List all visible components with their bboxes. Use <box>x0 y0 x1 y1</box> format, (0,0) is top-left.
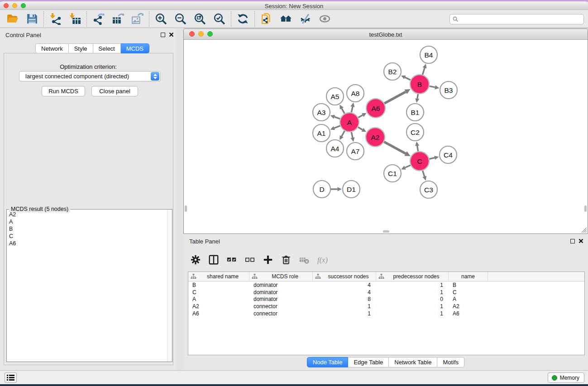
cell-successor-nodes[interactable]: 1 <box>313 310 376 317</box>
cell-predecessor-nodes[interactable]: 1 <box>376 282 449 288</box>
cell-predecessor-nodes[interactable]: 0 <box>376 296 449 302</box>
cell-shared-name[interactable]: A <box>188 296 249 302</box>
hide-panels-icon[interactable] <box>296 11 315 27</box>
app-titlebar[interactable]: Session: New Session <box>0 1 588 10</box>
edge-A2-C[interactable] <box>384 142 406 153</box>
table-row[interactable]: A2connector11A2 <box>188 303 584 310</box>
tab-node-table[interactable]: Node Table <box>307 357 349 367</box>
select-all-columns-icon[interactable] <box>226 254 238 266</box>
task-history-button[interactable] <box>5 372 17 383</box>
edge-B-B1[interactable] <box>417 94 418 99</box>
result-scrollbar[interactable] <box>167 210 172 362</box>
cell-MCDS-role[interactable]: connector <box>249 303 313 310</box>
cell-name[interactable]: A2 <box>449 303 488 310</box>
unselect-all-columns-icon[interactable] <box>244 254 256 266</box>
table-row[interactable]: Bdominator41B <box>188 281 584 289</box>
column-header-shared-name[interactable]: shared name <box>188 272 249 281</box>
add-column-icon[interactable] <box>262 254 274 266</box>
mcds-result-item[interactable]: A6 <box>7 240 167 247</box>
horizontal-scrollbar-thumb[interactable] <box>383 230 389 233</box>
mcds-result-item[interactable]: C <box>7 233 167 240</box>
mcds-result-item[interactable]: A2 <box>7 211 167 218</box>
cell-successor-nodes[interactable]: 8 <box>313 296 376 302</box>
edge-A-A3[interactable] <box>335 117 340 119</box>
edge-C-C1[interactable] <box>405 165 411 167</box>
column-header-predecessor-nodes[interactable]: predecessor nodes <box>376 272 449 281</box>
cell-MCDS-role[interactable]: dominator <box>249 282 313 288</box>
mcds-result-item[interactable]: A <box>7 218 167 225</box>
zoom-fit-icon[interactable] <box>190 11 210 27</box>
cell-shared-name[interactable]: C <box>188 289 249 295</box>
column-header-MCDS-role[interactable]: MCDS role <box>249 272 313 281</box>
cell-name[interactable]: A <box>449 296 488 302</box>
node-table[interactable]: shared nameMCDS rolesuccessor nodesprede… <box>188 272 585 355</box>
left-scrollbar-thumb[interactable] <box>185 205 187 212</box>
tab-style[interactable]: Style <box>69 43 93 53</box>
memory-button[interactable]: Memory <box>548 372 584 383</box>
edge-A-A4[interactable] <box>342 131 345 136</box>
float-panel-icon[interactable] <box>161 33 165 37</box>
table-row[interactable]: Adominator80A <box>188 295 584 303</box>
network-canvas[interactable]: AA1A2A3A4A5A6A7A8BB1B2B3B4CC1C2C3C4DD1 <box>184 40 588 234</box>
cell-successor-nodes[interactable]: 4 <box>313 282 376 288</box>
import-table-icon[interactable] <box>65 11 85 27</box>
edge-A6-B[interactable] <box>384 92 406 104</box>
network-graph[interactable]: AA1A2A3A4A5A6A7A8BB1B2B3B4CC1C2C3C4DD1 <box>184 40 588 234</box>
delete-column-icon[interactable] <box>280 254 292 266</box>
optimization-criterion-select[interactable]: largest connected component (directed) <box>19 71 161 81</box>
search-input[interactable] <box>460 14 583 24</box>
edge-C-C3[interactable] <box>423 171 425 176</box>
zoom-selected-icon[interactable] <box>210 11 229 27</box>
search-box[interactable] <box>449 14 584 24</box>
cell-name[interactable]: C <box>449 289 488 295</box>
refresh-icon[interactable] <box>233 11 253 27</box>
edge-B-B3[interactable] <box>430 86 435 87</box>
edge-B-B2[interactable] <box>405 77 411 80</box>
edge-C-C4[interactable] <box>429 158 435 159</box>
cell-successor-nodes[interactable]: 4 <box>313 289 376 295</box>
edge-A-A6[interactable] <box>358 115 363 117</box>
export-table-icon[interactable] <box>108 11 128 27</box>
zoom-out-icon[interactable] <box>171 11 190 27</box>
cell-MCDS-role[interactable]: connector <box>249 310 313 317</box>
gear-icon[interactable] <box>190 254 201 266</box>
export-image-icon[interactable] <box>128 11 147 27</box>
close-panel-button[interactable]: Close panel <box>91 86 138 96</box>
edge-A-A7[interactable] <box>351 132 353 138</box>
network-window-titlebar[interactable]: testGlobe.txt <box>184 29 588 40</box>
cell-predecessor-nodes[interactable]: 1 <box>376 289 449 295</box>
tab-network[interactable]: Network <box>35 43 69 53</box>
cell-predecessor-nodes[interactable]: 1 <box>376 303 449 310</box>
cell-MCDS-role[interactable]: dominator <box>249 296 313 302</box>
tab-select[interactable]: Select <box>93 43 121 53</box>
cell-shared-name[interactable]: A6 <box>188 310 249 317</box>
tab-edge-table[interactable]: Edge Table <box>348 357 389 367</box>
table-row[interactable]: Cdominator41C <box>188 289 584 296</box>
split-panel-icon[interactable] <box>208 254 220 266</box>
export-network-icon[interactable] <box>89 11 108 27</box>
float-table-panel-icon[interactable] <box>570 239 575 243</box>
edge-A-A5[interactable] <box>342 109 344 114</box>
tab-motifs[interactable]: Motifs <box>437 357 464 367</box>
tab-mcds[interactable]: MCDS <box>121 43 149 53</box>
edge-A-A2[interactable] <box>358 127 363 130</box>
edge-A-A8[interactable] <box>351 107 353 113</box>
close-table-panel-icon[interactable] <box>578 238 583 243</box>
cell-name[interactable]: B <box>449 282 488 288</box>
edge-C-C2[interactable] <box>417 146 418 151</box>
save-icon[interactable] <box>22 11 42 27</box>
cell-shared-name[interactable]: B <box>188 282 249 288</box>
cell-name[interactable]: A6 <box>449 310 488 317</box>
cell-shared-name[interactable]: A2 <box>188 303 249 310</box>
edge-A-A1[interactable] <box>334 126 340 128</box>
column-header-name[interactable]: name <box>449 272 488 281</box>
cell-MCDS-role[interactable]: dominator <box>249 289 313 295</box>
vertical-scrollbar-thumb[interactable] <box>584 205 587 212</box>
home-icon[interactable] <box>276 11 296 27</box>
edge-B-B4[interactable] <box>422 68 425 75</box>
network-file-icon[interactable] <box>257 11 276 27</box>
cell-predecessor-nodes[interactable]: 1 <box>376 310 449 317</box>
import-network-icon[interactable] <box>46 11 65 27</box>
table-row[interactable]: A6connector11A6 <box>188 310 584 317</box>
resize-grip-icon[interactable] <box>580 226 587 233</box>
